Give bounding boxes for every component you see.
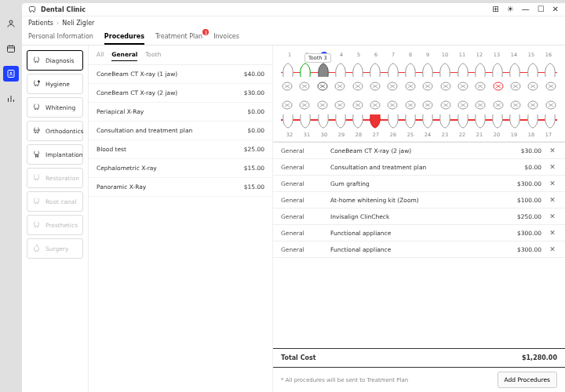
new-window-icon[interactable]: ⊞ bbox=[492, 5, 498, 13]
breadcrumb-patient[interactable]: Neli Zigler bbox=[62, 20, 94, 27]
tooth[interactable] bbox=[456, 113, 470, 130]
cat-orthodontics[interactable]: Orthodontics bbox=[27, 121, 83, 141]
tooth-number[interactable]: 27 bbox=[369, 132, 383, 138]
theme-icon[interactable]: ☀ bbox=[507, 5, 514, 13]
procedure-item[interactable]: Periapical X-Ray$0.00 bbox=[89, 103, 272, 122]
tooth[interactable] bbox=[438, 61, 452, 78]
tooth-number[interactable]: 13 bbox=[490, 52, 504, 60]
tooth-number[interactable]: 4 bbox=[334, 52, 348, 60]
tooth-occlusal[interactable] bbox=[545, 81, 557, 92]
tooth-occlusal[interactable] bbox=[281, 100, 293, 111]
rail-calendar-icon[interactable] bbox=[3, 41, 19, 56]
tab-invoices[interactable]: Invoices bbox=[213, 30, 239, 45]
tooth-number[interactable]: 20 bbox=[490, 132, 504, 138]
tooth-occlusal[interactable] bbox=[404, 81, 417, 92]
tooth-occlusal[interactable] bbox=[509, 100, 522, 111]
tooth[interactable] bbox=[351, 61, 365, 78]
close-icon[interactable]: ✕ bbox=[552, 5, 559, 13]
tooth[interactable] bbox=[421, 61, 435, 78]
cat-prosthetics[interactable]: Prosthetics bbox=[27, 215, 83, 235]
tooth[interactable] bbox=[421, 113, 435, 130]
tooth-number[interactable]: 25 bbox=[403, 132, 417, 138]
tooth-occlusal[interactable] bbox=[457, 81, 469, 92]
tooth[interactable] bbox=[473, 113, 487, 130]
cat-restoration[interactable]: Restoration bbox=[27, 168, 83, 188]
tab-treatment-plan[interactable]: Treatment Plan3 bbox=[155, 30, 202, 45]
tooth[interactable] bbox=[403, 61, 417, 78]
tooth-occlusal[interactable] bbox=[492, 81, 505, 92]
tooth-number[interactable]: 8 bbox=[403, 52, 417, 60]
subtab-all[interactable]: All bbox=[97, 49, 104, 61]
tooth-occlusal[interactable] bbox=[457, 100, 469, 111]
tooth-number[interactable]: 24 bbox=[421, 132, 435, 138]
tooth-occlusal[interactable] bbox=[527, 100, 539, 111]
tooth-occlusal[interactable] bbox=[474, 81, 487, 92]
remove-icon[interactable]: ✕ bbox=[548, 147, 557, 154]
tooth-occlusal[interactable] bbox=[474, 100, 487, 111]
tooth[interactable] bbox=[438, 113, 452, 130]
minimize-icon[interactable]: — bbox=[522, 5, 530, 13]
tooth-number[interactable]: 9 bbox=[421, 52, 435, 60]
tooth-number[interactable]: 32 bbox=[282, 132, 297, 138]
cat-root-canal[interactable]: Root canal bbox=[27, 191, 83, 212]
tooth-occlusal[interactable] bbox=[334, 100, 346, 111]
tooth-number[interactable]: 30 bbox=[317, 132, 331, 138]
tooth-occlusal[interactable] bbox=[298, 81, 311, 92]
remove-icon[interactable]: ✕ bbox=[548, 245, 557, 253]
procedure-item[interactable]: Blood test$25.00 bbox=[89, 140, 272, 159]
tooth[interactable] bbox=[490, 61, 505, 78]
tooth[interactable] bbox=[281, 61, 295, 78]
tooth[interactable] bbox=[543, 113, 557, 130]
rail-patients-icon[interactable] bbox=[3, 66, 19, 82]
tooth-occlusal[interactable] bbox=[386, 100, 399, 111]
tooth[interactable] bbox=[490, 113, 505, 130]
tooth[interactable] bbox=[316, 113, 330, 130]
tooth-occlusal[interactable] bbox=[545, 100, 557, 111]
rail-reports-icon[interactable] bbox=[3, 91, 19, 107]
tooth[interactable] bbox=[298, 113, 312, 130]
tooth-number[interactable]: 15 bbox=[524, 52, 538, 60]
tooth-number[interactable]: 28 bbox=[352, 132, 366, 138]
tooth[interactable] bbox=[281, 113, 295, 130]
tooth-occlusal[interactable] bbox=[352, 81, 364, 92]
tooth-occlusal[interactable] bbox=[334, 81, 346, 92]
tooth-occlusal[interactable] bbox=[421, 100, 434, 111]
tooth-chart[interactable]: 12345678910111213141516 Tooth 3 32313029… bbox=[273, 45, 565, 142]
cat-hygiene[interactable]: Hygiene bbox=[27, 74, 83, 94]
tooth-number[interactable]: 14 bbox=[507, 52, 521, 60]
tooth[interactable] bbox=[526, 61, 540, 78]
tooth-number[interactable]: 19 bbox=[507, 132, 521, 138]
tooth-occlusal[interactable] bbox=[316, 100, 329, 111]
rail-account-icon[interactable] bbox=[3, 16, 19, 31]
tooth-number[interactable]: 26 bbox=[386, 132, 400, 138]
tooth[interactable] bbox=[386, 61, 400, 78]
tooth-number[interactable]: 10 bbox=[438, 52, 452, 60]
tooth-occlusal[interactable] bbox=[369, 81, 381, 92]
tooth-occlusal[interactable] bbox=[439, 100, 452, 111]
tooth[interactable] bbox=[526, 113, 540, 130]
procedure-item[interactable]: ConeBeam CT X-ray (1 jaw)$40.00 bbox=[89, 65, 272, 84]
tooth-number[interactable]: 22 bbox=[455, 132, 469, 138]
breadcrumb-root[interactable]: Patients bbox=[28, 20, 53, 27]
tooth-number[interactable]: 12 bbox=[472, 52, 487, 60]
procedure-item[interactable]: Cephalometric X-ray$15.00 bbox=[89, 159, 272, 178]
tooth[interactable] bbox=[368, 113, 382, 130]
tooth[interactable] bbox=[334, 61, 348, 78]
remove-icon[interactable]: ✕ bbox=[548, 212, 557, 220]
tooth-number[interactable]: 18 bbox=[524, 132, 538, 138]
tooth-number[interactable]: 31 bbox=[300, 132, 314, 138]
tooth[interactable] bbox=[298, 61, 312, 78]
remove-icon[interactable]: ✕ bbox=[548, 196, 557, 204]
remove-icon[interactable]: ✕ bbox=[548, 229, 557, 237]
tooth[interactable] bbox=[508, 61, 522, 78]
tooth-occlusal[interactable] bbox=[281, 81, 293, 92]
tooth[interactable] bbox=[508, 113, 522, 130]
tooth[interactable] bbox=[334, 113, 348, 130]
tab-procedures[interactable]: Procedures bbox=[104, 30, 144, 45]
procedure-item[interactable]: Consultation and treatment plan$0.00 bbox=[89, 122, 272, 140]
tooth[interactable] bbox=[351, 113, 365, 130]
maximize-icon[interactable]: ☐ bbox=[538, 5, 545, 13]
tooth[interactable] bbox=[316, 61, 330, 78]
tooth-occlusal[interactable] bbox=[316, 81, 329, 92]
tooth-occlusal[interactable] bbox=[509, 81, 522, 92]
